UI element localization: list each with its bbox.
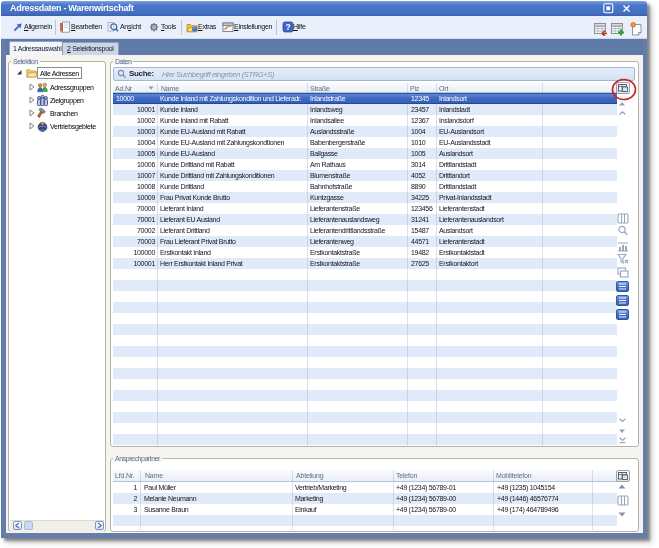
svg-text:?: ? — [285, 22, 290, 32]
